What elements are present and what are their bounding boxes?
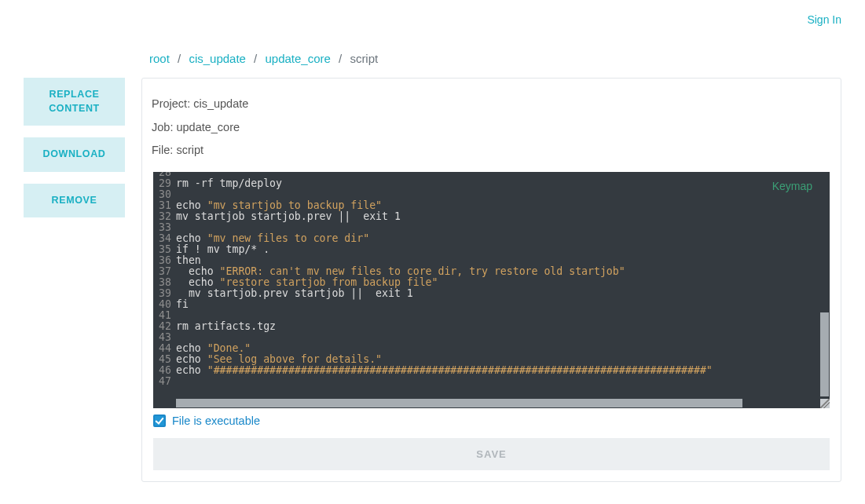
line-number: 42 bbox=[153, 321, 176, 332]
line-number: 34 bbox=[153, 233, 176, 244]
line-number: 36 bbox=[153, 255, 176, 266]
remove-button[interactable]: REMOVE bbox=[24, 184, 125, 218]
breadcrumb-sep: / bbox=[178, 52, 181, 65]
code-line: echo "ERROR: can't mv new files to core … bbox=[176, 266, 625, 277]
code-line: echo "mv new files to core dir" bbox=[176, 233, 369, 244]
line-number: 46 bbox=[153, 365, 176, 376]
file-executable-checkbox[interactable] bbox=[153, 415, 166, 427]
meta-file: File: script bbox=[152, 139, 831, 163]
meta-job: Job: update_core bbox=[152, 116, 831, 140]
code-line: rm -rf tmp/deploy bbox=[176, 178, 282, 189]
code-line: echo "mv startjob to backup file" bbox=[176, 200, 382, 211]
line-number: 35 bbox=[153, 244, 176, 255]
code-line: then bbox=[176, 255, 201, 266]
code-line: mv startjob startjob.prev || exit 1 bbox=[176, 211, 401, 222]
line-number: 45 bbox=[153, 354, 176, 365]
file-executable-label: File is executable bbox=[172, 415, 260, 427]
download-button[interactable]: DOWNLOAD bbox=[24, 137, 125, 172]
breadcrumb-sep: / bbox=[339, 52, 342, 65]
line-number: 40 bbox=[153, 299, 176, 310]
code-line: echo "See log above for details." bbox=[176, 354, 382, 365]
line-number: 38 bbox=[153, 277, 176, 288]
code-line: echo "restore startjob from backup file" bbox=[176, 277, 438, 288]
signin-link[interactable]: Sign In bbox=[807, 13, 841, 26]
meta-project: Project: cis_update bbox=[152, 93, 831, 116]
code-line: echo "Done." bbox=[176, 343, 251, 354]
code-line: echo "##################################… bbox=[176, 365, 713, 376]
breadcrumb-root[interactable]: root bbox=[149, 52, 170, 65]
breadcrumb-job[interactable]: update_core bbox=[265, 52, 330, 65]
line-number: 30 bbox=[153, 189, 176, 200]
line-number: 32 bbox=[153, 211, 176, 222]
breadcrumb: root / cis_update / update_core / script bbox=[149, 52, 378, 65]
line-number: 47 bbox=[153, 376, 176, 387]
line-number: 44 bbox=[153, 343, 176, 354]
code-line: fi bbox=[176, 299, 189, 310]
line-number: 29 bbox=[153, 178, 176, 189]
breadcrumb-sep: / bbox=[254, 52, 257, 65]
code-line: rm artifacts.tgz bbox=[176, 321, 276, 332]
line-number: 39 bbox=[153, 288, 176, 299]
keymap-link[interactable]: Keymap bbox=[772, 180, 812, 192]
code-line: mv startjob.prev startjob || exit 1 bbox=[176, 288, 413, 299]
vertical-scrollbar[interactable] bbox=[820, 172, 829, 399]
replace-content-button[interactable]: REPLACE CONTENT bbox=[24, 78, 125, 126]
code-editor[interactable]: Keymap 28 29rm -rf tmp/deploy 30 31echo … bbox=[153, 172, 830, 408]
line-number: 33 bbox=[153, 222, 176, 233]
save-button[interactable]: SAVE bbox=[153, 438, 830, 470]
code-line: if ! mv tmp/* . bbox=[176, 244, 269, 255]
line-number: 43 bbox=[153, 332, 176, 343]
line-number: 41 bbox=[153, 310, 176, 321]
horizontal-scrollbar[interactable] bbox=[176, 399, 819, 407]
line-number: 37 bbox=[153, 266, 176, 277]
breadcrumb-project[interactable]: cis_update bbox=[189, 52, 246, 65]
breadcrumb-current: script bbox=[350, 52, 378, 65]
content-panel: Project: cis_update Job: update_core Fil… bbox=[141, 78, 841, 482]
line-number: 31 bbox=[153, 200, 176, 211]
resize-handle[interactable] bbox=[820, 399, 830, 408]
